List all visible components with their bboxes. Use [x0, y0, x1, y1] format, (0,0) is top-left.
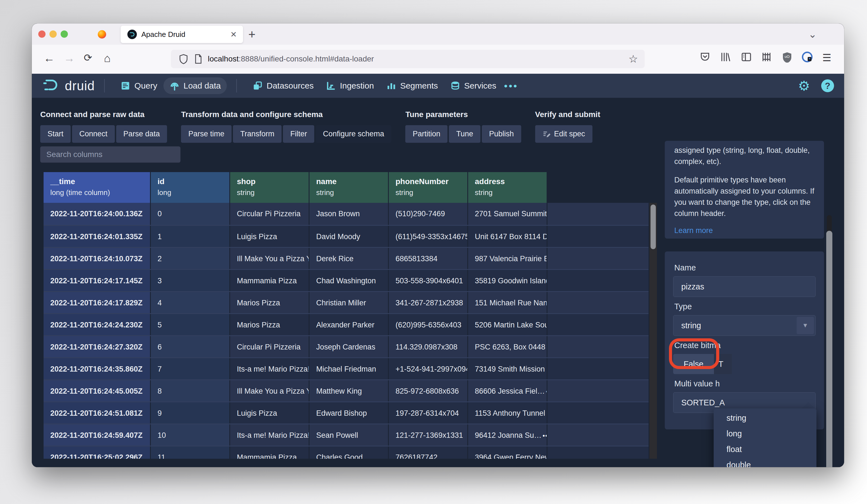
datasources-icon	[253, 81, 263, 91]
query-icon	[120, 81, 130, 91]
cell-filler	[547, 248, 649, 269]
nav-item-load-data[interactable]: Load data	[163, 77, 227, 94]
step-button[interactable]: Transform	[233, 125, 281, 143]
column-header-name[interactable]: name string	[310, 172, 389, 203]
column-header-phone[interactable]: phoneNumber string	[389, 172, 468, 203]
ublock-icon[interactable]: uO	[782, 51, 793, 63]
column-header-id[interactable]: id long	[151, 172, 230, 203]
tab-strip: Apache Druid ✕ + ⌄	[32, 23, 844, 45]
step-button[interactable]: Tune	[449, 125, 480, 143]
step-button[interactable]: Filter	[283, 125, 314, 143]
header-divider	[104, 79, 105, 93]
step-group-connect: Connect and parse raw data StartConnectP…	[40, 110, 167, 143]
cell-filler	[547, 270, 649, 291]
table-scrollbar-thumb[interactable]	[651, 204, 656, 249]
cell-time: 2022-11-20T16:24:27.320Z	[44, 336, 151, 357]
table-row: 2022-11-20T16:24:27.320Z 6 Circular Pi P…	[44, 335, 649, 357]
edit-spec-button[interactable]: Edit spec	[535, 125, 592, 143]
window-close-button[interactable]	[38, 31, 45, 38]
cell-id: 2	[151, 248, 230, 269]
cell-time: 2022-11-20T16:24:45.005Z	[44, 380, 151, 401]
library-icon[interactable]	[719, 51, 731, 63]
nav-item-query[interactable]: Query	[114, 77, 163, 94]
cell-address: 987 Valencia Prairie Ea•••	[468, 248, 547, 269]
menu-hamburger-icon[interactable]: ☰	[822, 52, 831, 64]
table-body: 2022-11-20T16:24:00.136Z 0 Circular Pi P…	[44, 203, 649, 459]
column-header-shop[interactable]: shop string	[230, 172, 310, 203]
settings-gear-icon[interactable]: ⚙	[798, 78, 810, 94]
cell-filler	[547, 226, 649, 247]
table-row: 2022-11-20T16:24:17.829Z 4 Marios Pizza …	[44, 291, 649, 313]
nav-item-datasources[interactable]: Datasources	[246, 77, 320, 94]
cell-time: 2022-11-20T16:24:01.335Z	[44, 226, 151, 247]
dropdown-option[interactable]: string	[714, 410, 816, 426]
url-text: localhost:8888/unified-console.html#data…	[208, 54, 374, 63]
cell-address: Unit 6147 Box 8114 DP•••	[468, 226, 547, 247]
help-icon[interactable]: ?	[821, 79, 834, 92]
step-button[interactable]: Publish	[482, 125, 521, 143]
step-button[interactable]: Partition	[405, 125, 448, 143]
home-button[interactable]: ⌂	[104, 52, 110, 65]
shield-permissions-icon[interactable]	[179, 54, 188, 64]
onepassword-icon[interactable]	[802, 51, 813, 63]
dropdown-option[interactable]: double	[714, 457, 816, 467]
nav-item-services[interactable]: Services	[444, 77, 503, 94]
step-button[interactable]: Parse time	[181, 125, 232, 143]
cell-name: Matthew King	[310, 380, 389, 401]
containers-icon[interactable]	[761, 51, 772, 63]
window-minimize-button[interactable]	[50, 31, 57, 38]
cell-id: 11	[151, 447, 230, 459]
forward-button[interactable]: →	[64, 52, 75, 65]
table-scrollbar-track[interactable]	[650, 203, 657, 459]
popover-caret	[801, 402, 816, 409]
new-tab-button[interactable]: +	[248, 28, 256, 41]
tab-close-icon[interactable]: ✕	[231, 30, 237, 39]
cell-filler	[547, 447, 649, 459]
cell-address: 2701 Samuel Summit S•••	[468, 203, 547, 225]
name-input[interactable]	[673, 276, 816, 297]
cell-name: Jason Brown	[310, 203, 389, 225]
window-zoom-button[interactable]	[61, 31, 68, 38]
cell-id: 1	[151, 226, 230, 247]
cell-shop: Mammamia Pizza	[230, 270, 310, 291]
nav-item-ingestion[interactable]: Ingestion	[320, 77, 380, 94]
header-divider-2	[236, 79, 237, 93]
nav-item-segments[interactable]: Segments	[380, 77, 444, 94]
step-group-verify: Verify and submit Edit spec	[535, 110, 600, 143]
select-caret-icon[interactable]: ▼	[796, 317, 814, 334]
column-header-address[interactable]: address string	[468, 172, 547, 203]
segments-icon	[386, 81, 396, 91]
dropdown-option[interactable]: long	[714, 426, 816, 441]
druid-logo-icon	[43, 78, 61, 94]
url-bar[interactable]: localhost:8888/unified-console.html#data…	[171, 50, 645, 68]
cell-id: 6	[151, 336, 230, 357]
table-row: 2022-11-20T16:24:10.073Z 2 Ill Make You …	[44, 247, 649, 269]
cell-shop: Luigis Pizza	[230, 402, 310, 423]
type-select[interactable]: string ▼	[673, 315, 816, 336]
druid-brand[interactable]: druid	[43, 78, 95, 94]
main-content: Connect and parse raw data StartConnectP…	[32, 98, 844, 467]
step-button[interactable]: Connect	[72, 125, 115, 143]
cell-filler	[547, 314, 649, 335]
bookmark-star-icon[interactable]: ☆	[629, 53, 638, 65]
dropdown-option[interactable]: float	[714, 441, 816, 457]
cell-name: Joseph Cardenas	[310, 336, 389, 357]
column-header-time[interactable]: __time long (time column)	[44, 172, 151, 203]
step-button[interactable]: Configure schema	[315, 125, 391, 143]
page-info-icon[interactable]	[194, 54, 202, 64]
table-row: 2022-11-20T16:25:02.296Z 11 Mammamia Piz…	[44, 446, 649, 459]
step-button[interactable]: Parse data	[116, 125, 167, 143]
nav-overflow-button[interactable]: •••	[504, 81, 518, 92]
panel-scrollbar-thumb[interactable]	[826, 231, 832, 467]
tab-list-chevron-icon[interactable]: ⌄	[809, 29, 817, 40]
step-button[interactable]: Start	[40, 125, 71, 143]
cell-phone: 7626187742	[389, 447, 468, 459]
reload-button[interactable]: ⟳	[84, 52, 92, 64]
browser-tab[interactable]: Apache Druid ✕	[121, 26, 243, 43]
sidebar-toggle-icon[interactable]	[741, 51, 752, 63]
back-button[interactable]: ←	[44, 52, 55, 65]
pocket-icon[interactable]	[699, 51, 710, 63]
learn-more-link[interactable]: Learn more	[674, 226, 713, 235]
cell-phone: (611)549-3353x14675	[389, 226, 468, 247]
search-columns-input[interactable]	[40, 147, 180, 163]
